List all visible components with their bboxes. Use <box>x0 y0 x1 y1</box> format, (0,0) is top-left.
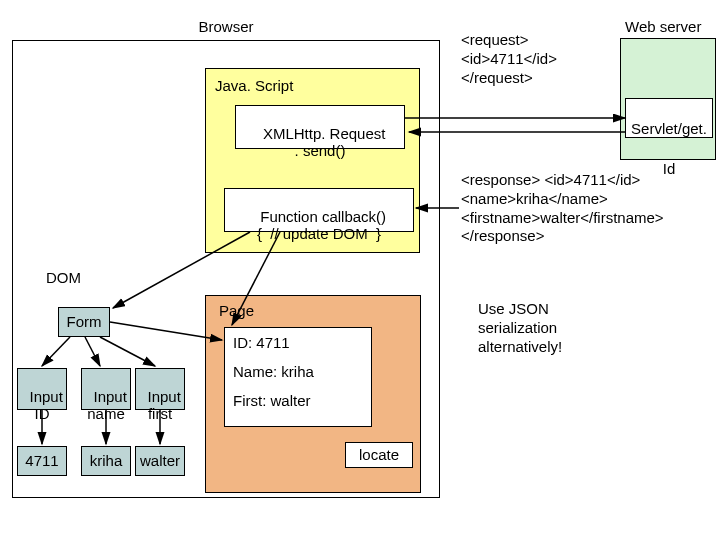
webserver-title: Web server <box>625 18 701 35</box>
js-title: Java. Script <box>215 77 293 94</box>
callback-label: Function callback() { // update DOM } <box>257 208 386 242</box>
form-box: Form <box>58 307 110 337</box>
input-id-box: Input ID <box>17 368 67 410</box>
value-first-label: walter <box>140 452 180 469</box>
page-first-field: First: walter <box>233 392 363 409</box>
value-id-box: 4711 <box>17 446 67 476</box>
servlet-box: Servlet/get. Id <box>625 98 713 138</box>
page-id-field: ID: 4711 <box>233 334 363 351</box>
value-name-label: kriha <box>90 452 123 469</box>
input-first-box: Input first <box>135 368 185 410</box>
value-name-box: kriha <box>81 446 131 476</box>
callback-box: Function callback() { // update DOM } <box>224 188 414 232</box>
xhr-box: XMLHttp. Request . send() <box>235 105 405 149</box>
value-id-label: 4711 <box>25 452 58 469</box>
locate-button[interactable]: locate <box>345 442 413 468</box>
browser-title: Browser <box>12 18 440 35</box>
input-name-box: Input name <box>81 368 131 410</box>
json-note: Use JSON serialization alternatively! <box>478 300 562 356</box>
response-text: <response> <id>4711</id> <name>kriha</na… <box>461 171 664 246</box>
page-title: Page <box>219 302 254 319</box>
page-fields-box: ID: 4711 Name: kriha First: walter <box>224 327 372 427</box>
form-label: Form <box>67 313 102 330</box>
page-name-field: Name: kriha <box>233 363 363 380</box>
dom-title: DOM <box>46 269 81 286</box>
input-name-label: Input name <box>87 388 127 422</box>
value-first-box: walter <box>135 446 185 476</box>
locate-label: locate <box>359 446 399 463</box>
request-text: <request> <id>4711</id> </request> <box>461 31 557 87</box>
